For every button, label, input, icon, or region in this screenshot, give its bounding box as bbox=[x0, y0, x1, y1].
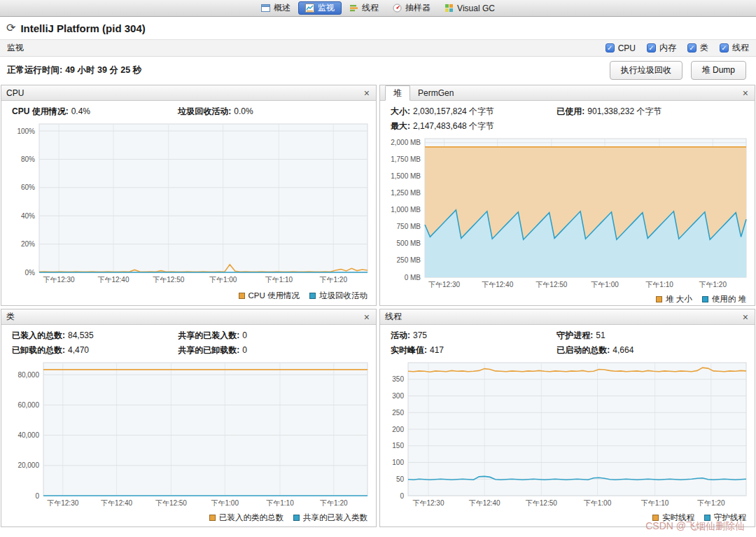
checkbox-check-icon: ✓ bbox=[647, 43, 656, 53]
tab-monitor[interactable]: 监视 bbox=[298, 1, 342, 15]
visual-gc-icon bbox=[444, 4, 454, 13]
overview-icon bbox=[261, 4, 270, 13]
tab-bar: 概述 监视 线程 抽样器 Visual GC bbox=[255, 1, 501, 15]
uptime-row: 正常运行时间:49 小时 39 分 25 秒 执行垃圾回收 堆 Dump bbox=[0, 57, 756, 84]
stat-empty bbox=[556, 120, 744, 132]
stat-gc-activity: 垃圾回收活动:0.0% bbox=[178, 106, 365, 118]
legend-label: 已装入的类的总数 bbox=[219, 512, 284, 523]
svg-text:300: 300 bbox=[392, 392, 404, 400]
legend-swatch bbox=[239, 293, 245, 299]
legend-label: 垃圾回收活动 bbox=[319, 291, 368, 301]
checkbox-threads[interactable]: ✓ 线程 bbox=[720, 42, 749, 54]
legend-label: 堆 大小 bbox=[666, 294, 692, 305]
close-icon[interactable]: × bbox=[741, 88, 750, 98]
checkbox-cpu[interactable]: ✓ CPU bbox=[606, 42, 636, 54]
svg-text:0 MB: 0 MB bbox=[405, 274, 421, 281]
heap-chart-svg: 下午12:30下午12:40下午12:50下午1:00下午1:10下午1:200… bbox=[382, 134, 753, 291]
tab-label: 监视 bbox=[318, 2, 335, 14]
svg-text:下午12:50: 下午12:50 bbox=[155, 499, 187, 507]
cpu-stats: CPU 使用情况:0.4% 垃圾回收活动:0.0% bbox=[1, 101, 376, 120]
legend-swatch bbox=[652, 515, 659, 521]
svg-text:80,000: 80,000 bbox=[18, 371, 39, 379]
uptime-label: 正常运行时间: bbox=[7, 65, 62, 75]
legend-item: 已装入的类的总数 bbox=[209, 512, 284, 523]
cpu-chart-svg: 下午12:30下午12:40下午12:50下午1:00下午1:10下午1:200… bbox=[3, 120, 374, 286]
svg-text:下午12:40: 下午12:40 bbox=[469, 499, 500, 507]
svg-text:0: 0 bbox=[35, 492, 39, 500]
threads-icon bbox=[349, 4, 358, 13]
close-icon[interactable]: × bbox=[741, 312, 750, 322]
svg-text:1,750 MB: 1,750 MB bbox=[391, 155, 421, 163]
threads-chart-svg: 下午12:30下午12:40下午12:50下午1:00下午1:10下午1:200… bbox=[382, 358, 753, 510]
tab-sampler[interactable]: 抽样器 bbox=[386, 1, 437, 15]
cpu-legend: CPU 使用情况 垃圾回收活动 bbox=[1, 290, 376, 305]
svg-text:下午1:00: 下午1:00 bbox=[211, 499, 239, 507]
cpu-panel: CPU × CPU 使用情况:0.4% 垃圾回收活动:0.0% 下午12:30下… bbox=[1, 85, 377, 306]
svg-text:下午12:50: 下午12:50 bbox=[526, 499, 557, 507]
tab-overview[interactable]: 概述 bbox=[255, 1, 297, 15]
heap-tab[interactable]: 堆 bbox=[385, 85, 410, 101]
svg-text:下午12:50: 下午12:50 bbox=[153, 276, 184, 284]
classes-panel-title: 类 bbox=[6, 311, 15, 323]
top-tab-strip: 概述 监视 线程 抽样器 Visual GC bbox=[0, 0, 756, 17]
tab-visual-gc[interactable]: Visual GC bbox=[438, 1, 501, 15]
classes-panel: 类 × 已装入的总数:84,535 共享的已装入数:0 已卸载的总数:4,470… bbox=[1, 309, 377, 527]
svg-text:20,000: 20,000 bbox=[18, 461, 39, 469]
stat-loaded-total: 已装入的总数:84,535 bbox=[12, 330, 178, 342]
heap-panel-header: 堆 PermGen × bbox=[380, 85, 755, 101]
checkbox-label: 内存 bbox=[659, 42, 676, 54]
svg-text:40,000: 40,000 bbox=[18, 431, 39, 439]
threads-stats: 活动:375 守护进程:51 实时峰值:417 已启动的总数:4,664 bbox=[380, 325, 755, 358]
checkbox-check-icon: ✓ bbox=[687, 43, 696, 53]
sampler-icon bbox=[393, 4, 402, 13]
stat-live-peak: 实时峰值:417 bbox=[391, 344, 556, 356]
legend-label: 守护线程 bbox=[714, 512, 746, 523]
svg-text:下午12:40: 下午12:40 bbox=[101, 499, 132, 507]
svg-text:下午1:10: 下午1:10 bbox=[645, 281, 673, 288]
legend-swatch bbox=[704, 515, 710, 521]
stat-heap-size: 大小:2,030,157,824 个字节 bbox=[391, 106, 556, 118]
title-row: ⟳ IntelliJ Platform (pid 304) bbox=[0, 17, 756, 39]
uptime-text: 正常运行时间:49 小时 39 分 25 秒 bbox=[7, 64, 141, 76]
svg-text:20%: 20% bbox=[21, 240, 35, 248]
classes-legend: 已装入的类的总数 共享的已装入类数 bbox=[1, 512, 376, 527]
checkbox-memory[interactable]: ✓ 内存 bbox=[647, 42, 676, 54]
monitor-section-label: 监视 bbox=[7, 42, 24, 54]
perform-gc-button[interactable]: 执行垃圾回收 bbox=[610, 61, 682, 80]
svg-text:下午1:20: 下午1:20 bbox=[319, 276, 347, 284]
svg-text:下午12:30: 下午12:30 bbox=[43, 276, 75, 284]
close-icon[interactable]: × bbox=[363, 312, 371, 322]
legend-label: 实时线程 bbox=[662, 512, 694, 523]
svg-text:下午1:10: 下午1:10 bbox=[265, 276, 293, 284]
stat-shared-loaded: 共享的已装入数:0 bbox=[178, 330, 365, 342]
svg-text:0: 0 bbox=[400, 492, 404, 500]
legend-item: CPU 使用情况 bbox=[239, 291, 300, 301]
legend-swatch bbox=[209, 515, 216, 521]
legend-label: 共享的已装入类数 bbox=[303, 512, 368, 523]
stat-unloaded-total: 已卸载的总数:4,470 bbox=[12, 344, 178, 356]
metric-checkbox-group: ✓ CPU ✓ 内存 ✓ 类 ✓ 线程 bbox=[606, 42, 749, 54]
svg-text:150: 150 bbox=[392, 442, 404, 449]
legend-label: 使用的 堆 bbox=[712, 294, 746, 305]
legend-item: 共享的已装入类数 bbox=[293, 512, 368, 523]
permgen-tab[interactable]: PermGen bbox=[410, 87, 461, 99]
classes-stats: 已装入的总数:84,535 共享的已装入数:0 已卸载的总数:4,470 共享的… bbox=[1, 325, 376, 358]
stat-heap-max: 最大:2,147,483,648 个字节 bbox=[391, 120, 556, 132]
tab-label: 抽样器 bbox=[405, 2, 430, 14]
svg-text:下午1:20: 下午1:20 bbox=[699, 281, 727, 288]
svg-text:350: 350 bbox=[392, 375, 404, 383]
checkbox-label: 类 bbox=[700, 42, 708, 54]
uptime-value: 49 小时 39 分 25 秒 bbox=[65, 65, 141, 75]
svg-text:1,250 MB: 1,250 MB bbox=[391, 189, 421, 197]
heap-stats: 大小:2,030,157,824 个字节 已使用:901,338,232 个字节… bbox=[380, 101, 755, 134]
svg-text:250 MB: 250 MB bbox=[397, 256, 421, 264]
svg-text:750 MB: 750 MB bbox=[397, 223, 421, 230]
legend-item: 实时线程 bbox=[652, 512, 694, 523]
tab-threads[interactable]: 线程 bbox=[343, 1, 385, 15]
close-icon[interactable]: × bbox=[363, 88, 371, 98]
threads-panel: 线程 × 活动:375 守护进程:51 实时峰值:417 已启动的总数:4,66… bbox=[379, 309, 755, 527]
checkbox-classes[interactable]: ✓ 类 bbox=[687, 42, 708, 54]
svg-text:60%: 60% bbox=[21, 183, 35, 191]
heap-dump-button[interactable]: 堆 Dump bbox=[691, 61, 746, 80]
svg-text:100: 100 bbox=[392, 459, 404, 466]
